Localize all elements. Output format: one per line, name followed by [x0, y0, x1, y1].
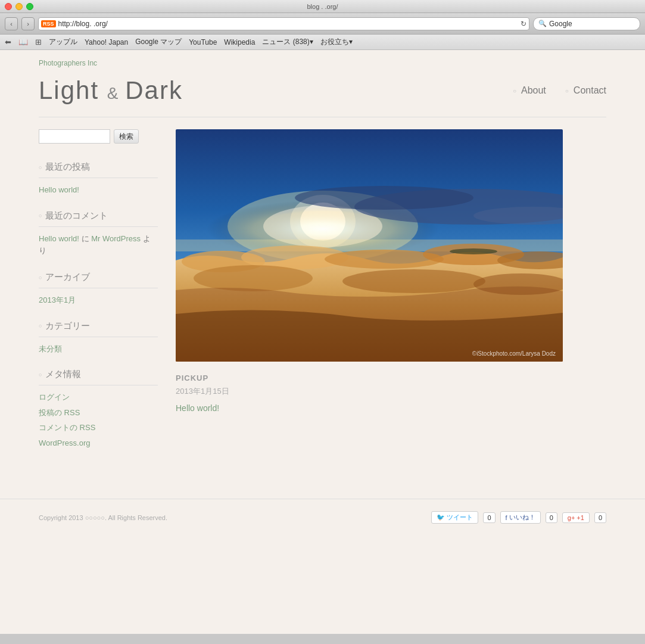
meta-login[interactable]: ログイン — [39, 391, 158, 403]
logo-light: Light — [39, 76, 99, 104]
recent-posts-label: 最近の投稿 — [45, 161, 90, 173]
categories-label: カテゴリー — [45, 321, 90, 332]
window-title: blog . .org/ — [307, 3, 338, 10]
site-header: Light & Dark ○ About ○ Contact — [0, 70, 645, 117]
section-divider — [39, 385, 158, 385]
fullscreen-button[interactable] — [26, 3, 33, 10]
nav-about-label: About — [521, 85, 546, 96]
address-text: http://blog. .org/ — [58, 20, 518, 28]
gplus-button[interactable]: g+ +1 — [562, 512, 590, 523]
bookmark-useful[interactable]: お役立ち▾ — [320, 37, 353, 47]
bookmark-apple[interactable]: アップル — [49, 37, 77, 47]
nav-bullet-about: ○ — [513, 88, 516, 94]
sidebar-recent-comments-title: ○ 最近のコメント — [39, 210, 158, 222]
bullet-icon: ○ — [39, 323, 42, 329]
footer-social: 🐦 ツイート 0 f いいね！ 0 g+ +1 0 — [431, 511, 606, 524]
search-widget: 検索 — [39, 129, 158, 144]
sidebar: 検索 ○ 最近の投稿 Hello world! ○ 最近のコメント — [39, 129, 158, 463]
svg-point-15 — [194, 265, 313, 291]
bookmarks-bar: ⬅ 📖 ⊞ アップル Yahoo! Japan Google マップ YouTu… — [0, 35, 645, 50]
forward-button[interactable]: › — [21, 17, 35, 30]
sidebar-recent-comments: ○ 最近のコメント Hello world! に Mr WordPress より — [39, 210, 158, 258]
main-content: ©iStockphoto.com/Larysa Dodz PICKUP 2013… — [176, 129, 606, 463]
section-divider — [39, 337, 158, 337]
bookmark-news[interactable]: ニュース (838)▾ — [262, 37, 313, 47]
minimize-button[interactable] — [15, 3, 23, 10]
sidebar-post-link-1[interactable]: Hello world! — [39, 184, 158, 196]
back-button[interactable]: ‹ — [5, 17, 18, 30]
browser-search-bar[interactable]: 🔍 Google — [533, 17, 640, 30]
tweet-button[interactable]: 🐦 ツイート — [431, 511, 478, 524]
category-link-1[interactable]: 未分類 — [39, 343, 158, 355]
bookmark-book-icon[interactable]: 📖 — [18, 38, 28, 46]
recent-comments-label: 最近のコメント — [45, 210, 108, 222]
close-button[interactable] — [5, 3, 12, 10]
search-placeholder: Google — [549, 20, 572, 28]
gplus-count: 0 — [594, 512, 606, 523]
comment-ni: に — [82, 234, 89, 243]
nav-bullet-contact: ○ — [565, 88, 569, 94]
like-button[interactable]: f いいね！ — [500, 511, 541, 524]
header-divider — [39, 117, 606, 117]
like-count: 0 — [546, 512, 557, 523]
hero-image-svg — [176, 129, 563, 362]
bullet-icon: ○ — [39, 164, 42, 170]
meta-wordpress[interactable]: WordPress.org — [39, 437, 158, 449]
comment-post-link[interactable]: Hello world! — [39, 234, 79, 243]
sidebar-archives: ○ アーカイブ 2013年1月 — [39, 272, 158, 306]
section-divider — [39, 226, 158, 227]
site-content: Photographers Inc Light & Dark ○ About ○… — [0, 50, 645, 634]
meta-rss-comments[interactable]: コメントの RSS — [39, 422, 158, 434]
bookmark-grid-icon[interactable]: ⊞ — [35, 38, 42, 46]
tweet-count: 0 — [483, 512, 495, 523]
rss-badge: RSS — [41, 20, 56, 27]
search-input[interactable] — [39, 129, 110, 144]
traffic-lights — [5, 3, 33, 10]
sidebar-meta-title: ○ メタ情報 — [39, 369, 158, 380]
bookmark-yahoo[interactable]: Yahoo! Japan — [85, 38, 128, 46]
comment-entry: Hello world! に Mr WordPress より — [39, 233, 158, 258]
bookmark-wikipedia[interactable]: Wikipedia — [224, 38, 255, 46]
bookmark-google-maps[interactable]: Google マップ — [135, 37, 182, 47]
browser-window: blog . .org/ ‹ › RSS http://blog. .org/ … — [0, 0, 645, 634]
sidebar-archives-title: ○ アーカイブ — [39, 272, 158, 283]
sidebar-recent-posts-title: ○ 最近の投稿 — [39, 161, 158, 173]
sidebar-meta: ○ メタ情報 ログイン 投稿の RSS コメントの RSS WordPress.… — [39, 369, 158, 449]
nav-about[interactable]: ○ About — [513, 85, 546, 96]
like-label: いいね！ — [509, 513, 535, 522]
archive-link-1[interactable]: 2013年1月 — [39, 294, 158, 306]
sidebar-recent-posts: ○ 最近の投稿 Hello world! — [39, 161, 158, 196]
nav-contact-label: Contact — [574, 85, 606, 96]
address-bar[interactable]: RSS http://blog. .org/ ↻ — [38, 17, 529, 30]
post-title-link[interactable]: Hello world! — [176, 403, 219, 413]
nav-contact[interactable]: ○ Contact — [565, 85, 606, 96]
bullet-icon: ○ — [39, 372, 42, 378]
site-main: 検索 ○ 最近の投稿 Hello world! ○ 最近のコメント — [0, 129, 645, 463]
sidebar-categories: ○ カテゴリー 未分類 — [39, 321, 158, 355]
breadcrumb-link[interactable]: Photographers Inc — [39, 59, 97, 67]
logo-ampersand: & — [107, 84, 125, 102]
site-nav: ○ About ○ Contact — [513, 85, 606, 96]
meta-rss-posts[interactable]: 投稿の RSS — [39, 407, 158, 419]
browser-toolbar: ‹ › RSS http://blog. .org/ ↻ 🔍 Google — [0, 13, 645, 35]
post-date: 2013年1月15日 — [176, 386, 606, 397]
meta-label: メタ情報 — [45, 369, 81, 380]
logo-dark: Dark — [125, 76, 183, 104]
search-icon: 🔍 — [538, 20, 547, 27]
search-button[interactable]: 検索 — [114, 129, 139, 144]
breadcrumb: Photographers Inc — [0, 50, 645, 70]
titlebar: blog . .org/ — [0, 0, 645, 13]
gplus-icon: g+ — [568, 514, 575, 521]
section-divider — [39, 288, 158, 288]
bullet-icon: ○ — [39, 213, 42, 219]
section-divider — [39, 178, 158, 178]
facebook-icon: f — [506, 514, 507, 521]
comment-author-link[interactable]: Mr WordPress — [91, 234, 141, 243]
svg-point-7 — [295, 186, 473, 210]
image-credit: ©iStockphoto.com/Larysa Dodz — [472, 350, 556, 357]
bookmark-back-icon[interactable]: ⬅ — [5, 38, 11, 46]
archives-label: アーカイブ — [45, 272, 90, 283]
refresh-button[interactable]: ↻ — [521, 20, 526, 28]
bookmark-youtube[interactable]: YouTube — [189, 38, 217, 46]
tweet-label: ツイート — [447, 513, 473, 522]
